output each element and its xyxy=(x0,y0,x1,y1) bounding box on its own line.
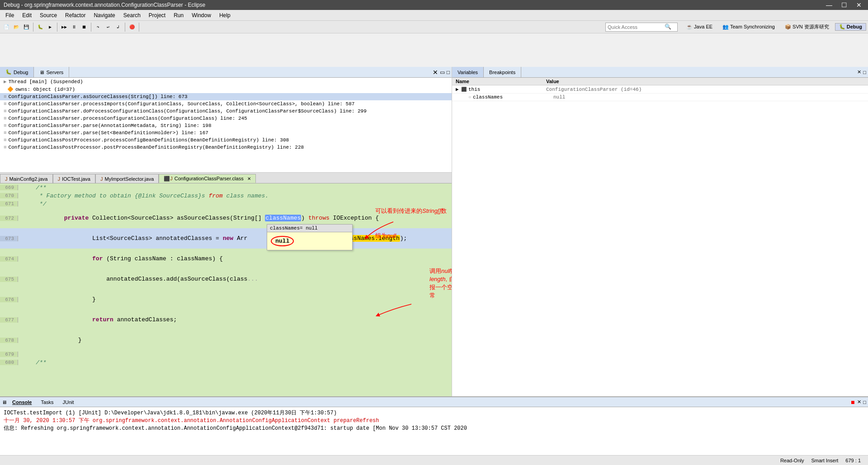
code-editor[interactable]: 669 /** 670 * Factory method to obtain {… xyxy=(0,183,452,430)
toolbar-step-return[interactable]: ↲ xyxy=(113,23,123,32)
var-row-this[interactable]: ▶ ⬛ this ConfigurationClassParser (id=46… xyxy=(452,85,868,94)
expand-this[interactable]: ▶ xyxy=(456,86,461,92)
maximize-button[interactable]: ☐ xyxy=(839,1,850,9)
owns-label: owns: Object (id=37) xyxy=(15,87,75,92)
stack-item-4[interactable]: ≡ ConfigurationClassParser.parse(Annotat… xyxy=(0,122,452,129)
var-expand-icon[interactable]: □ xyxy=(863,70,866,75)
stack-item-2[interactable]: ≡ ConfigurationClassParser.doProcessConf… xyxy=(0,108,452,115)
perspective-javaee[interactable]: ☕ Java EE xyxy=(682,23,717,31)
console-line-0: 十一月 30, 2020 1:30:57 下午 org.springframew… xyxy=(4,417,864,424)
tab-breakpoints[interactable]: Breakpoints xyxy=(484,67,521,77)
perspective-svn[interactable]: 📦 SVN 资源库研究 xyxy=(781,23,833,31)
toolbar-debug[interactable]: 🐛 xyxy=(36,23,45,32)
thread-item[interactable]: ▶ Thread [main] (Suspended) xyxy=(0,78,452,85)
menu-help[interactable]: Help xyxy=(216,11,234,19)
this-icon: ⬛ xyxy=(461,87,467,92)
console-close-icon[interactable]: ✕ xyxy=(857,399,861,405)
tab-console[interactable]: Console xyxy=(9,399,35,405)
line-num-671: 671 xyxy=(0,201,18,207)
status-mode: Read-Only xyxy=(780,458,804,463)
tooltip-popup: classNames= null null xyxy=(267,224,353,250)
menu-navigate[interactable]: Navigate xyxy=(90,11,118,19)
toolbar-new[interactable]: 📄 xyxy=(2,23,11,32)
menu-window[interactable]: Window xyxy=(188,11,215,19)
line-num-674: 674 xyxy=(0,256,18,262)
code-line-680: 680 /** xyxy=(0,358,452,366)
line-num-677: 677 xyxy=(0,317,18,323)
tab-debug[interactable]: 🐛 Debug xyxy=(0,67,34,77)
stack-item-1[interactable]: ≡ ConfigurationClassParser.processImport… xyxy=(0,100,452,108)
toolbar-run[interactable]: ▶ xyxy=(46,23,55,32)
perspective-bar: ☕ Java EE 👥 Team Synchronizing 📦 SVN 资源库… xyxy=(682,23,866,31)
editor-tab-close-3[interactable]: ✕ xyxy=(247,176,251,181)
var-col-name-header: Name xyxy=(456,79,546,84)
toolbar-save[interactable]: 💾 xyxy=(22,23,31,32)
console-line-1: 信息: Refreshing org.springframework.conte… xyxy=(4,424,864,432)
status-position: 679 : 1 xyxy=(845,458,861,463)
perspective-debug[interactable]: 🐛 Debug xyxy=(835,23,866,31)
menu-source[interactable]: Source xyxy=(36,11,61,19)
menu-refactor[interactable]: Refactor xyxy=(61,11,89,19)
stack-icon-2: ≡ xyxy=(4,108,7,114)
bottom-panel: 🖥 Console Tasks JUnit ⏹ ✕ □ IOCTest.test… xyxy=(0,396,868,455)
stack-frame-5: ConfigurationClassParser.parse(Set<BeanD… xyxy=(9,130,208,136)
stack-item-0[interactable]: ≡ ConfigurationClassParser.asSourceClass… xyxy=(0,93,452,100)
stack-item-5[interactable]: ≡ ConfigurationClassParser.parse(Set<Bea… xyxy=(0,129,452,136)
code-line-675: 675 annotatedClasses.add(asSourceClass(c… xyxy=(0,269,452,289)
line-num-673: 673 xyxy=(0,236,18,241)
quick-access-input[interactable] xyxy=(606,24,665,30)
debug-close-icon[interactable]: ✕ xyxy=(433,69,438,76)
stack-item-3[interactable]: ≡ ConfigurationClassParser.processConfig… xyxy=(0,115,452,122)
line-content-672: private Collection<SourceClass> asSource… xyxy=(18,208,452,228)
this-label: this xyxy=(468,87,480,92)
toolbar-breakpoint[interactable]: 🔴 xyxy=(127,23,137,32)
debug-minimize-icon[interactable]: ▭ xyxy=(440,69,445,75)
menu-file[interactable]: File xyxy=(2,11,18,19)
menu-search[interactable]: Search xyxy=(120,11,144,19)
toolbar-open[interactable]: 📂 xyxy=(12,23,21,32)
close-button[interactable]: ✕ xyxy=(854,1,864,9)
stack-area[interactable]: ▶ Thread [main] (Suspended) 🔶 owns: Obje… xyxy=(0,78,452,173)
stack-icon-6: ≡ xyxy=(4,137,7,143)
toolbar-suspend[interactable]: ⏸ xyxy=(70,23,79,32)
statusbar: Read-Only Smart Insert 679 : 1 xyxy=(0,455,868,465)
editor-tab-label-0: MainConfig2.java xyxy=(9,176,48,182)
code-line-674: 674 for (String className : classNames) … xyxy=(0,249,452,269)
console-content[interactable]: IOCTest.testImport (1) [JUnit] D:\Develo… xyxy=(0,407,868,455)
stack-item-6[interactable]: ≡ ConfigurationClassPostProcessor.proces… xyxy=(0,136,452,144)
toolbar-resume[interactable]: ▶▶ xyxy=(60,23,69,32)
tooltip-header: classNames= null xyxy=(267,225,352,232)
line-num-675: 675 xyxy=(0,277,18,282)
var-header-row: Name Value xyxy=(452,78,868,85)
menu-run[interactable]: Run xyxy=(170,11,187,19)
perspective-team[interactable]: 👥 Team Synchronizing xyxy=(718,23,779,31)
toolbar-stop[interactable]: ⏹ xyxy=(80,23,89,32)
tab-servers[interactable]: 🖥 Servers xyxy=(34,67,69,77)
editor-tab-configparser[interactable]: ⬛J ConfigurationClassParser.class ✕ xyxy=(159,174,255,183)
line-content-676: } xyxy=(18,289,452,310)
tab-variables[interactable]: Variables xyxy=(452,67,484,77)
menu-project[interactable]: Project xyxy=(145,11,169,19)
editor-tab-myimport[interactable]: J MyImportSelector.java xyxy=(95,174,159,183)
tooltip-null-value: null xyxy=(271,236,294,246)
line-content-675: annotatedClasses.add(asSourceClass(class… xyxy=(18,269,452,289)
editor-tab-mainconfig[interactable]: J MainConfig2.java xyxy=(0,174,53,183)
var-value-this: ConfigurationClassParser (id=46) xyxy=(546,87,864,92)
menu-edit[interactable]: Edit xyxy=(19,11,35,19)
stop-icon[interactable]: ⏹ xyxy=(850,399,855,405)
minimize-button[interactable]: — xyxy=(823,1,835,9)
tab-junit[interactable]: JUnit xyxy=(59,399,78,405)
editor-tab-ioctest[interactable]: J IOCTest.java xyxy=(53,174,95,183)
console-expand-icon[interactable]: □ xyxy=(863,399,866,405)
var-close-icon[interactable]: ✕ xyxy=(857,69,861,75)
var-row-classnames[interactable]: ○ classNames null xyxy=(452,94,868,101)
toolbar-step-over[interactable]: ↩ xyxy=(104,23,113,32)
line-content-671: */ xyxy=(18,201,452,207)
stack-item-7[interactable]: ≡ ConfigurationClassPostProcessor.postPr… xyxy=(0,144,452,151)
code-line-672: 672 private Collection<SourceClass> asSo… xyxy=(0,208,452,228)
tab-tasks[interactable]: Tasks xyxy=(37,399,57,405)
quick-access-box[interactable]: 🔍 xyxy=(605,23,678,32)
debug-expand-icon[interactable]: □ xyxy=(447,69,450,75)
toolbar-step-into[interactable]: ↷ xyxy=(94,23,103,32)
line-num-680: 680 xyxy=(0,360,18,365)
